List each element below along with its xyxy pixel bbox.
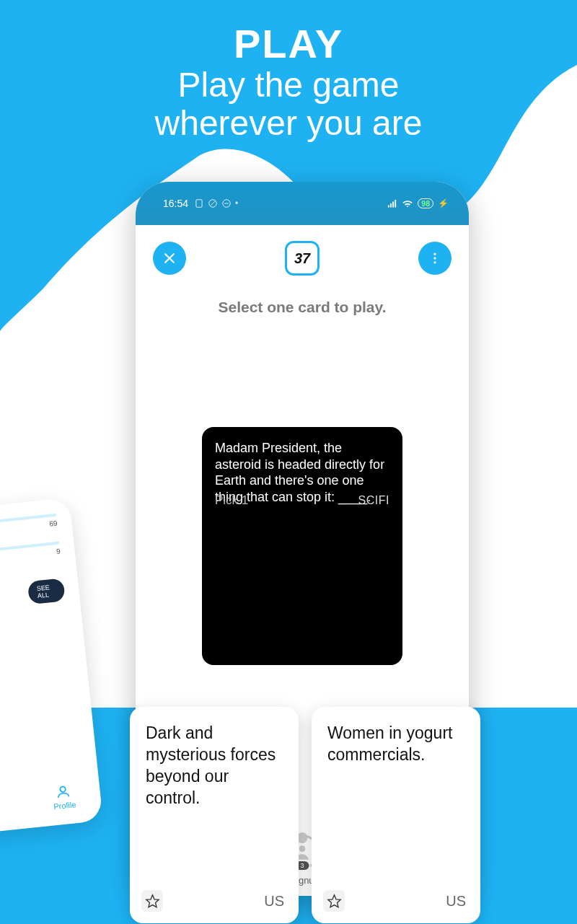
battery-indicator: 98	[418, 198, 433, 208]
instruction-text: Select one card to play.	[136, 299, 469, 316]
round-timer: 37	[285, 241, 320, 276]
svg-point-6	[433, 253, 436, 255]
star-icon	[327, 894, 342, 909]
wifi-icon	[402, 198, 413, 209]
do-not-disturb-icon	[208, 198, 218, 208]
close-icon	[162, 251, 177, 265]
dnd-icon	[221, 198, 232, 208]
pick-count: Pick 1	[215, 493, 248, 508]
svg-point-8	[433, 261, 436, 263]
favorite-button[interactable]	[141, 890, 163, 912]
pack-label: SCIFI	[358, 493, 389, 508]
hero-title: PLAY	[0, 20, 577, 67]
svg-point-0	[60, 786, 66, 792]
svg-line-3	[211, 201, 216, 206]
favorite-button[interactable]	[323, 890, 345, 912]
status-time: 16:54	[163, 198, 188, 209]
svg-point-7	[433, 257, 436, 259]
sim-icon	[194, 198, 204, 208]
hand-cards: Dark and mysterious forces beyond our co…	[130, 707, 490, 923]
charging-icon: ⚡	[438, 198, 449, 208]
white-card-text: Dark and mysterious forces beyond our co…	[146, 723, 283, 809]
more-icon	[428, 251, 442, 265]
signal-icon	[387, 198, 397, 209]
card-region: US	[446, 892, 466, 910]
card-region: US	[264, 892, 284, 910]
white-card-text: Women in yogurt commercials.	[327, 723, 464, 766]
black-prompt-card: Madam President, the asteroid is headed …	[202, 427, 402, 665]
hero-subtitle: Play the game wherever you are	[0, 66, 577, 143]
star-icon	[145, 894, 160, 909]
status-bar: 16:54 • 98 ⚡	[136, 182, 469, 225]
profile-icon	[55, 783, 72, 801]
see-all-button[interactable]: SEE ALL	[27, 578, 66, 604]
background-phone: 69 9 SEE ALL Profile	[0, 498, 103, 837]
close-button[interactable]	[153, 242, 186, 275]
white-card[interactable]: Women in yogurt commercials. US	[312, 707, 480, 923]
profile-tab[interactable]: Profile	[51, 783, 76, 811]
svg-rect-1	[196, 200, 202, 208]
white-card[interactable]: Dark and mysterious forces beyond our co…	[130, 707, 299, 923]
more-button[interactable]	[418, 242, 452, 275]
